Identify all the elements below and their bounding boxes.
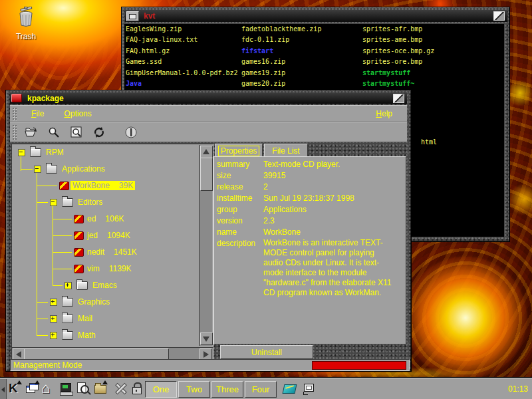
- kvt-maximize-button[interactable]: [493, 11, 505, 21]
- kvt-window-menu-button[interactable]: [126, 11, 139, 21]
- kpackage-titlebar[interactable]: kpackage: [10, 92, 407, 104]
- panel-hide-handle[interactable]: [0, 379, 7, 399]
- tree-item-emacs[interactable]: Emacs: [13, 280, 39, 291]
- tree-horizontal-scrollbar[interactable]: [11, 347, 213, 360]
- property-value: 39915: [263, 170, 398, 181]
- tree-vertical-scrollbar[interactable]: [199, 145, 212, 346]
- kvt-task-button[interactable]: [301, 380, 318, 397]
- tab-properties[interactable]: Properties: [215, 144, 263, 158]
- find-package-button[interactable]: [46, 124, 62, 140]
- scrollbar-thumb[interactable]: [200, 158, 213, 191]
- tree-item-label[interactable]: ed106K: [87, 214, 124, 223]
- desktop-pager-three[interactable]: Three: [211, 381, 243, 398]
- up-arrow-icon: [35, 380, 40, 384]
- terminal-launcher-button[interactable]: [59, 380, 75, 397]
- tree-item-label[interactable]: Emacs: [92, 281, 117, 290]
- package-size: 1139K: [109, 264, 132, 273]
- package-size: 1094K: [107, 231, 130, 240]
- scrollbar-thumb[interactable]: [24, 348, 169, 360]
- directory-name: Java: [126, 80, 142, 87]
- uninstall-button[interactable]: Uninstall: [220, 345, 313, 359]
- package-size: 39K: [119, 181, 133, 190]
- package-tree[interactable]: RPM Applications WorkBone39K Edit: [13, 145, 200, 346]
- menubar-drag-handle[interactable]: [12, 107, 17, 120]
- package-name: nedit: [87, 247, 104, 257]
- collapse-expander-icon[interactable]: [18, 149, 25, 156]
- tree-item-label[interactable]: jed1094K: [87, 231, 130, 240]
- desktop-pager-four[interactable]: Four: [245, 381, 277, 398]
- kpackage-window-title: kpackage: [27, 94, 64, 103]
- padlock-icon: [132, 387, 142, 394]
- tree-item-ed[interactable]: ed106K: [13, 213, 39, 224]
- tree-item-label[interactable]: Editors: [78, 198, 102, 207]
- kpackage-maximize-button[interactable]: [393, 94, 404, 103]
- scroll-right-button[interactable]: [200, 348, 212, 360]
- expand-expander-icon[interactable]: [50, 315, 57, 323]
- property-value: Sun Jul 19 23:18:37 1998: [263, 193, 398, 203]
- kpackage-window-menu-button[interactable]: [11, 94, 22, 102]
- collapse-expander-icon[interactable]: [34, 166, 41, 173]
- up-arrow-icon: [102, 380, 108, 384]
- disk-navigator-button[interactable]: [93, 380, 110, 397]
- scroll-down-button[interactable]: [200, 332, 213, 345]
- tree-item-label-selected[interactable]: WorkBone39K: [70, 181, 135, 190]
- trash-label: Trash: [8, 32, 44, 41]
- collapse-expander-icon[interactable]: [50, 199, 57, 206]
- tree-item-label[interactable]: nedit1451K: [87, 247, 137, 257]
- desktop-pager-one[interactable]: One: [145, 381, 177, 398]
- lock-screen-button[interactable]: [129, 380, 146, 397]
- terminal-row: Java games20.zip startmystuff~: [124, 80, 504, 90]
- tree-item-editors[interactable]: Editors: [13, 197, 39, 207]
- window-list-button[interactable]: [24, 380, 41, 397]
- info-button[interactable]: [123, 124, 139, 140]
- tree-item-applications[interactable]: Applications: [13, 164, 39, 174]
- tree-item-math[interactable]: Math: [13, 330, 39, 340]
- home-button[interactable]: ⌂: [41, 380, 57, 397]
- find-file-button[interactable]: [68, 124, 84, 140]
- k-menu-button[interactable]: K: [7, 380, 24, 397]
- property-row: name WorkBone: [217, 227, 403, 237]
- open-package-button[interactable]: [23, 124, 39, 140]
- trash-desktop-icon[interactable]: Trash: [8, 7, 44, 41]
- tree-item-label[interactable]: Graphics: [78, 297, 110, 307]
- kvt-titlebar[interactable]: kvt: [125, 10, 507, 22]
- tree-item-vim[interactable]: vim1139K: [13, 263, 39, 274]
- property-row: group Applications: [217, 204, 403, 215]
- package-name: WorkBone: [72, 181, 110, 190]
- tree-item-label[interactable]: vim1139K: [87, 264, 131, 273]
- properties-pane: summary Text-mode CD player. size 39915 …: [213, 156, 406, 344]
- refresh-icon: [92, 125, 106, 140]
- file-name: Games.ssd: [126, 58, 162, 65]
- tree-item-label[interactable]: Applications: [62, 164, 105, 174]
- refresh-button[interactable]: [91, 124, 107, 140]
- tab-file-list[interactable]: File List: [264, 144, 308, 158]
- tree-item-label[interactable]: RPM: [46, 148, 64, 157]
- package-size: 106K: [105, 214, 124, 223]
- scroll-up-button[interactable]: [200, 146, 213, 158]
- menu-options[interactable]: Options: [61, 108, 94, 120]
- package-name: jed: [87, 231, 98, 240]
- tree-item-nedit[interactable]: nedit1451K: [13, 247, 39, 257]
- tree-item-graphics[interactable]: Graphics: [13, 297, 39, 307]
- kpackage-menubar: File Options Help: [10, 105, 407, 122]
- tree-item-rpm[interactable]: RPM: [13, 147, 39, 158]
- kpackage-toolbar: [10, 122, 407, 142]
- expand-expander-icon[interactable]: [50, 299, 57, 306]
- tree-item-label[interactable]: Mail: [78, 314, 92, 323]
- tree-item-mail[interactable]: Mail: [13, 313, 39, 324]
- toolbar-drag-handle[interactable]: [12, 124, 17, 140]
- tree-item-label[interactable]: Math: [78, 331, 96, 340]
- desktop-pager-two[interactable]: Two: [178, 381, 210, 398]
- tree-item-jed[interactable]: jed1094K: [13, 230, 39, 241]
- expand-expander-icon[interactable]: [65, 282, 72, 289]
- folder-icon: [30, 148, 41, 157]
- tree-connector-line: [53, 285, 63, 286]
- menu-file[interactable]: File: [29, 108, 47, 120]
- find-files-button[interactable]: [75, 380, 92, 397]
- tree-item-workbone[interactable]: WorkBone39K: [13, 180, 39, 191]
- kill-window-button[interactable]: [113, 380, 130, 397]
- menu-help[interactable]: Help: [373, 108, 395, 120]
- expand-expander-icon[interactable]: [50, 332, 57, 339]
- pager-label: Four: [252, 384, 270, 394]
- help-book-button[interactable]: [282, 380, 299, 397]
